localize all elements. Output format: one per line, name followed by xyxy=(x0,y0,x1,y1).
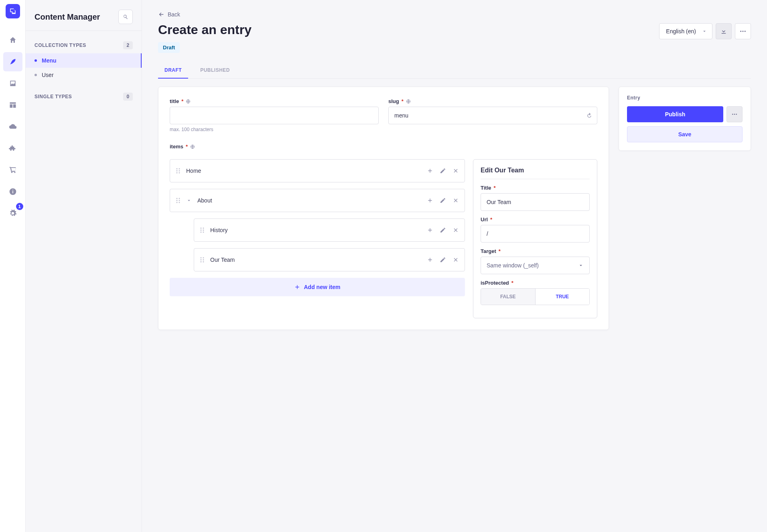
rail-cloud[interactable] xyxy=(3,117,22,136)
svg-point-19 xyxy=(177,202,178,203)
chevron-down-icon[interactable] xyxy=(186,198,192,203)
pencil-icon xyxy=(440,257,446,263)
tree-item[interactable]: Home xyxy=(170,159,465,182)
arrow-left-icon xyxy=(158,11,164,18)
single-types-header[interactable]: Single Types 0 xyxy=(26,89,142,105)
rail-marketplace[interactable] xyxy=(3,160,22,180)
drag-handle-icon[interactable] xyxy=(176,168,181,174)
slug-label: slug* xyxy=(388,98,597,104)
download-icon xyxy=(720,28,727,35)
tree-item[interactable]: Our Team xyxy=(194,248,465,271)
svg-point-31 xyxy=(201,261,202,263)
editor-heading: Edit Our Team xyxy=(481,167,590,179)
tree-edit-button[interactable] xyxy=(440,168,446,174)
svg-point-25 xyxy=(201,232,202,233)
close-icon xyxy=(452,197,459,204)
collection-types-header[interactable]: Collection Types 2 xyxy=(26,37,142,53)
tree-add-button[interactable] xyxy=(427,197,433,204)
publish-button[interactable]: Publish xyxy=(627,106,723,122)
isprotected-toggle[interactable]: FALSE TRUE xyxy=(481,288,590,305)
editor-title-label: Title* xyxy=(481,185,590,191)
svg-point-21 xyxy=(201,228,202,229)
editor-url-label: Url* xyxy=(481,216,590,223)
svg-point-23 xyxy=(201,230,202,231)
rail-media[interactable] xyxy=(3,74,22,93)
editor-title-input[interactable] xyxy=(481,193,590,211)
tree-add-button[interactable] xyxy=(427,257,433,263)
svg-point-12 xyxy=(179,170,180,172)
image-icon xyxy=(9,79,17,87)
dots-icon xyxy=(731,111,738,117)
svg-point-10 xyxy=(179,168,180,170)
sidebar-item-menu[interactable]: Menu xyxy=(26,53,142,68)
app-logo[interactable] xyxy=(6,4,20,18)
title-label: title* xyxy=(170,98,379,104)
svg-point-22 xyxy=(203,228,204,229)
tabs: Draft Published xyxy=(158,63,751,79)
rail-info[interactable] xyxy=(3,182,22,201)
svg-point-11 xyxy=(177,170,178,172)
refresh-slug-button[interactable] xyxy=(586,112,592,119)
tree-delete-button[interactable] xyxy=(452,197,459,204)
svg-point-14 xyxy=(179,172,180,174)
form-card: title* max. 100 characters slug* xyxy=(158,87,609,330)
entry-heading: Entry xyxy=(627,95,743,101)
tree-edit-button[interactable] xyxy=(440,257,446,263)
entry-more-button[interactable] xyxy=(726,106,743,122)
editor-url-input[interactable] xyxy=(481,225,590,243)
drag-handle-icon[interactable] xyxy=(200,257,205,263)
close-icon xyxy=(452,257,459,263)
svg-point-29 xyxy=(201,259,202,261)
tab-published[interactable]: Published xyxy=(199,63,231,78)
rail-content-manager[interactable] xyxy=(3,52,22,71)
locale-select[interactable]: English (en) xyxy=(659,23,712,39)
tree-delete-button[interactable] xyxy=(452,257,459,263)
plus-icon xyxy=(427,257,433,263)
plus-icon xyxy=(427,227,433,233)
tree-edit-button[interactable] xyxy=(440,227,446,233)
more-button[interactable] xyxy=(735,23,751,39)
settings-badge: 1 xyxy=(16,203,23,210)
rail-settings[interactable]: 1 xyxy=(3,204,22,223)
tree-item[interactable]: About xyxy=(170,189,465,212)
download-button[interactable] xyxy=(716,23,732,39)
gear-icon xyxy=(9,209,17,217)
editor-isprotected-label: isProtected* xyxy=(481,280,590,286)
svg-point-17 xyxy=(177,200,178,201)
sidebar-item-user[interactable]: User xyxy=(26,68,142,82)
tree-item[interactable]: History xyxy=(194,218,465,242)
slug-input[interactable] xyxy=(388,107,597,124)
nav-rail: 1 xyxy=(0,0,26,532)
title-input[interactable] xyxy=(170,107,379,124)
rail-content-type[interactable] xyxy=(3,95,22,115)
toggle-false[interactable]: FALSE xyxy=(481,289,535,305)
search-button[interactable] xyxy=(118,10,133,24)
tree-delete-button[interactable] xyxy=(452,168,459,174)
rail-plugins[interactable] xyxy=(3,139,22,158)
rail-home[interactable] xyxy=(3,30,22,50)
plus-icon xyxy=(294,284,300,290)
back-button[interactable]: Back xyxy=(158,11,252,18)
toggle-true[interactable]: TRUE xyxy=(535,289,590,305)
editor-target-select[interactable]: Same window (_self) xyxy=(481,257,590,274)
svg-point-20 xyxy=(179,202,180,203)
cloud-icon xyxy=(9,123,17,131)
single-types-count: 0 xyxy=(123,93,133,101)
add-item-button[interactable]: Add new item xyxy=(170,278,465,296)
tree-edit-button[interactable] xyxy=(440,197,446,204)
svg-rect-1 xyxy=(12,191,13,193)
tree-add-button[interactable] xyxy=(427,227,433,233)
drag-handle-icon[interactable] xyxy=(176,197,181,204)
tab-draft[interactable]: Draft xyxy=(158,63,188,79)
drag-handle-icon[interactable] xyxy=(200,227,205,233)
save-button[interactable]: Save xyxy=(627,126,743,142)
svg-point-27 xyxy=(201,257,202,259)
pencil-icon xyxy=(440,227,446,233)
tree-add-button[interactable] xyxy=(427,168,433,174)
svg-point-4 xyxy=(743,31,744,32)
entry-panel: Entry Publish Save xyxy=(619,87,751,151)
tree-delete-button[interactable] xyxy=(452,227,459,233)
close-icon xyxy=(452,168,459,174)
close-icon xyxy=(452,227,459,233)
home-icon xyxy=(9,36,17,44)
